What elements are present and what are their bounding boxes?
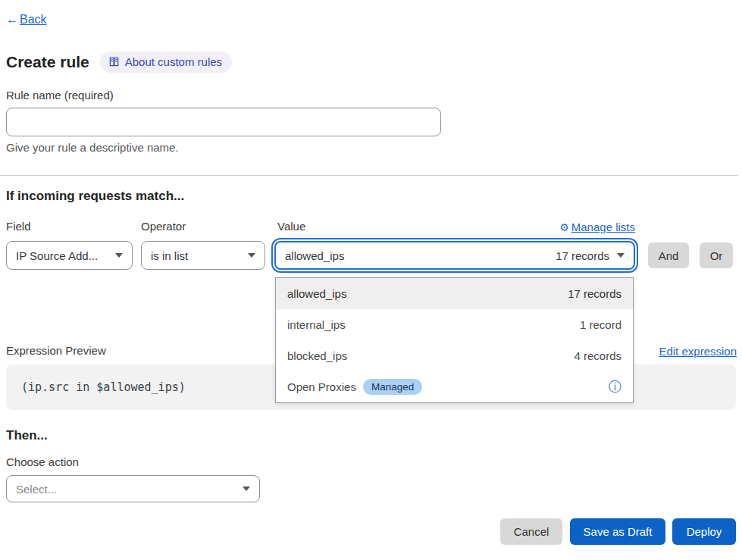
then-section-heading: Then...	[6, 428, 48, 443]
action-select[interactable]: Select...	[6, 475, 260, 502]
back-link[interactable]: ←Back	[6, 13, 47, 27]
dropdown-option-internal-ips[interactable]: internal_ips 1 record	[276, 309, 633, 340]
edit-expression-label: Edit expression	[659, 345, 737, 358]
value-select-record-count: 17 records	[556, 249, 609, 262]
action-select-placeholder: Select...	[16, 483, 235, 496]
page-title: Create rule	[6, 53, 89, 71]
or-button[interactable]: Or	[700, 242, 733, 268]
field-label: Field	[6, 220, 31, 233]
field-select-value: IP Source Add...	[16, 249, 108, 262]
manage-lists-label: Manage lists	[571, 221, 635, 233]
back-arrow-icon: ←	[6, 13, 18, 26]
operator-select[interactable]: is in list	[141, 241, 265, 270]
gear-icon: ⚙	[559, 221, 569, 233]
list-record-count: 4 records	[574, 349, 621, 362]
expression-code: (ip.src in $allowed_ips)	[21, 380, 186, 394]
chevron-down-icon	[115, 253, 123, 258]
rule-name-helper-text: Give your rule a descriptive name.	[6, 141, 179, 154]
back-link-label: Back	[20, 13, 47, 26]
book-icon	[108, 56, 120, 67]
managed-badge: Managed	[363, 379, 422, 395]
save-as-draft-button[interactable]: Save as Draft	[570, 518, 665, 545]
dropdown-option-blocked-ips[interactable]: blocked_ips 4 records	[276, 340, 633, 371]
deploy-button[interactable]: Deploy	[672, 518, 736, 545]
cancel-button[interactable]: Cancel	[500, 518, 562, 545]
field-select[interactable]: IP Source Add...	[6, 241, 133, 270]
dropdown-option-open-proxies[interactable]: Open Proxies Managed ⓘ	[276, 371, 633, 402]
value-dropdown-menu: allowed_ips 17 records internal_ips 1 re…	[275, 277, 634, 403]
info-icon[interactable]: ⓘ	[609, 380, 621, 393]
chevron-down-icon	[248, 253, 255, 258]
manage-lists-link[interactable]: ⚙Manage lists	[275, 221, 635, 233]
rule-name-label: Rule name (required)	[6, 89, 114, 102]
list-name: blocked_ips	[287, 349, 574, 362]
list-name: Open Proxies	[287, 380, 356, 393]
chevron-down-icon	[243, 486, 250, 491]
title-row: Create rule About custom rules	[6, 52, 232, 73]
dropdown-option-allowed-ips[interactable]: allowed_ips 17 records	[276, 278, 633, 309]
choose-action-label: Choose action	[6, 455, 79, 468]
value-select-value: allowed_ips	[285, 249, 546, 262]
match-section-heading: If incoming requests match...	[6, 189, 184, 204]
list-record-count: 17 records	[568, 287, 621, 300]
rule-name-input[interactable]	[6, 108, 441, 136]
value-select[interactable]: allowed_ips 17 records	[274, 241, 635, 270]
about-custom-rules-link[interactable]: About custom rules	[100, 52, 232, 73]
list-name: internal_ips	[287, 318, 580, 331]
expression-preview-label: Expression Preview	[6, 344, 106, 357]
operator-select-value: is in list	[151, 249, 240, 262]
chevron-down-icon	[617, 253, 625, 258]
list-record-count: 1 record	[580, 318, 621, 331]
operator-label: Operator	[141, 220, 186, 233]
about-badge-label: About custom rules	[125, 55, 222, 68]
and-button[interactable]: And	[648, 242, 689, 268]
create-rule-page: ←Back Create rule About custom rules Rul…	[0, 0, 742, 560]
section-divider	[0, 175, 738, 176]
list-name: allowed_ips	[287, 287, 568, 300]
